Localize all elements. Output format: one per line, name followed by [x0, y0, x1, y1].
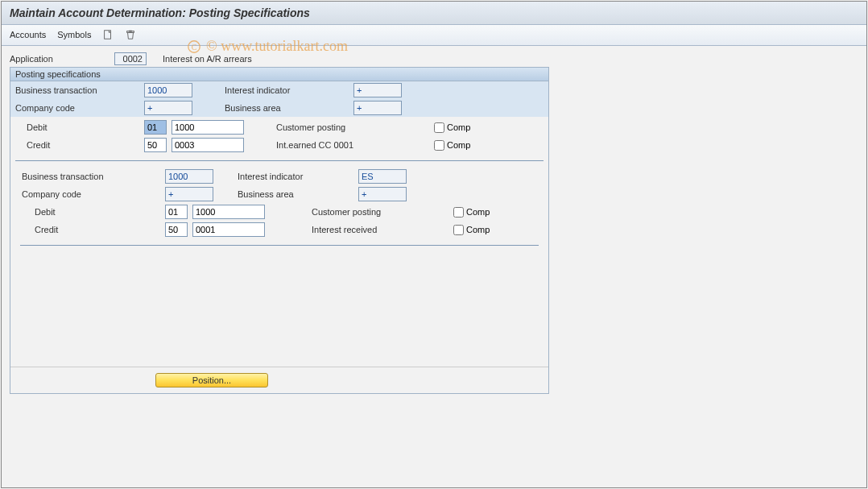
empty-area [10, 252, 548, 365]
accounts-menu[interactable]: Accounts [10, 30, 46, 39]
group-header: Posting specifications [10, 68, 548, 81]
delete-icon[interactable] [125, 29, 136, 40]
credit-comp-checkbox-1[interactable] [434, 140, 444, 151]
credit-account-symbol-1[interactable] [172, 138, 244, 152]
debit-posting-key-2[interactable] [165, 205, 188, 219]
debit-label: Debit [15, 122, 136, 132]
toolbar: Accounts Symbols [2, 25, 866, 46]
application-code: 0002 [114, 52, 147, 65]
debit-posting-key-1[interactable] [144, 120, 167, 135]
divider-2 [20, 245, 539, 246]
debit-comp-checkbox-2[interactable] [453, 207, 464, 218]
company-code-label-2: Company code [20, 189, 165, 199]
company-code-input-2[interactable] [165, 187, 213, 201]
credit-desc-2: Interest received [312, 225, 440, 234]
credit-posting-key-1[interactable] [144, 138, 167, 152]
posting-specifications-group: Posting specifications Business transact… [10, 67, 549, 394]
interest-indicator-input-2[interactable] [358, 169, 407, 184]
debit-comp-1[interactable]: Comp [434, 122, 470, 133]
interest-indicator-label: Interest indicator [225, 85, 353, 95]
company-code-label: Company code [15, 103, 144, 113]
credit-comp-checkbox-2[interactable] [453, 225, 464, 235]
credit-posting-key-2[interactable] [165, 222, 188, 237]
business-transaction-input-1[interactable] [144, 83, 192, 97]
divider-1 [15, 160, 544, 161]
interest-indicator-input-1[interactable] [353, 83, 402, 97]
footer-bar: Position... [10, 367, 548, 393]
debit-comp-checkbox-1[interactable] [434, 122, 444, 133]
application-desc: Interest on A/R arrears [163, 54, 252, 64]
application-row: Application 0002 Interest on A/R arrears [10, 52, 858, 65]
debit-comp-2[interactable]: Comp [453, 207, 490, 218]
debit-desc-2: Customer posting [312, 207, 440, 217]
interest-indicator-label-2: Interest indicator [238, 172, 358, 181]
credit-comp-2[interactable]: Comp [453, 225, 490, 235]
business-transaction-label: Business transaction [15, 85, 144, 95]
debit-desc-1: Customer posting [276, 122, 421, 132]
create-icon[interactable] [102, 29, 114, 40]
credit-comp-1[interactable]: Comp [434, 140, 470, 151]
symbols-menu[interactable]: Symbols [57, 30, 91, 39]
application-label: Application [10, 54, 106, 64]
business-area-label: Business area [225, 103, 353, 113]
credit-label: Credit [15, 140, 136, 150]
business-area-input-2[interactable] [358, 187, 407, 201]
debit-account-symbol-1[interactable] [172, 120, 244, 135]
business-transaction-label-2: Business transaction [20, 172, 165, 181]
business-transaction-input-2[interactable] [165, 169, 213, 184]
credit-desc-1: Int.earned CC 0001 [276, 140, 421, 150]
credit-account-symbol-2[interactable] [192, 222, 265, 237]
page-title: Maintain Account Determination: Posting … [2, 2, 866, 25]
debit-label-2: Debit [20, 207, 165, 217]
debit-account-symbol-2[interactable] [192, 205, 265, 219]
position-button[interactable]: Position... [155, 373, 268, 387]
business-area-label-2: Business area [238, 189, 358, 199]
credit-label-2: Credit [20, 225, 165, 234]
business-area-input-1[interactable] [353, 101, 402, 115]
company-code-input-1[interactable] [144, 101, 192, 115]
